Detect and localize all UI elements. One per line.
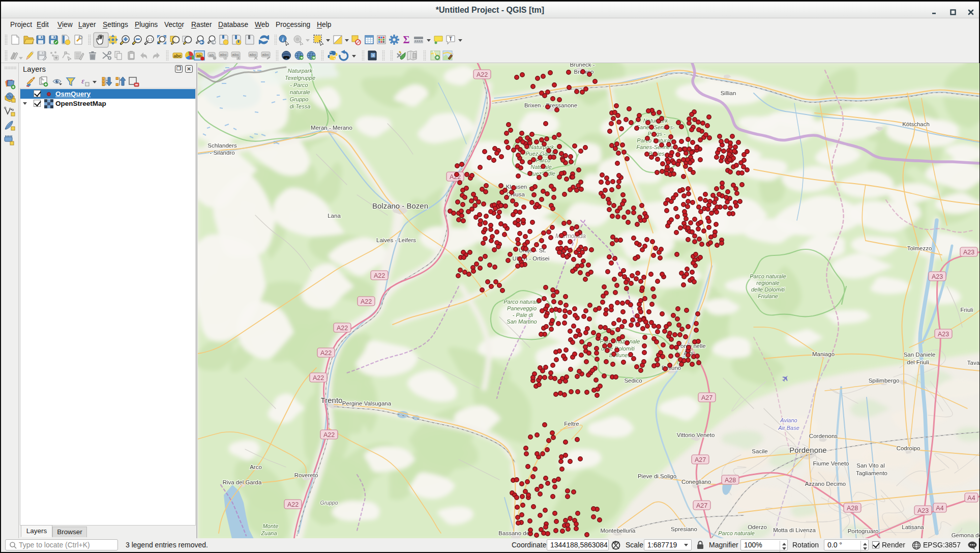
svg-text:di Tessa: di Tessa <box>290 103 311 109</box>
svg-text:Schlanders: Schlanders <box>207 142 237 149</box>
svg-text:A22: A22 <box>374 272 385 279</box>
svg-text:A27: A27 <box>701 394 712 401</box>
svg-text:naturale: naturale <box>290 89 310 95</box>
svg-text:Laives - Leifers: Laives - Leifers <box>376 237 416 243</box>
svg-text:Parco naturale: Parco naturale <box>503 299 540 305</box>
svg-text:A22: A22 <box>313 374 324 382</box>
svg-text:A23: A23 <box>938 331 949 338</box>
svg-text:Gruppo: Gruppo <box>320 500 338 506</box>
svg-text:Texelgruppe: Texelgruppe <box>285 75 315 81</box>
svg-text:Aviano: Aviano <box>780 417 797 423</box>
svg-text:Trento: Trento <box>321 396 343 404</box>
svg-text:Tava: Tava <box>967 360 979 366</box>
svg-text:Klausen -: Klausen - <box>506 184 531 190</box>
svg-text:Bruneck -: Bruneck - <box>570 63 595 68</box>
svg-text:ab: ab <box>209 53 214 57</box>
svg-text:A4: A4 <box>967 494 975 502</box>
svg-text:Sillian: Sillian <box>721 90 736 96</box>
svg-text:- Pale di: - Pale di <box>513 312 533 318</box>
svg-text:A28: A28 <box>847 505 858 512</box>
svg-text:Kötschach: Kötschach <box>902 121 930 127</box>
svg-text:Latisana: Latisana <box>902 524 924 530</box>
svg-text:Brixen - Bressanone: Brixen - Bressanone <box>524 102 577 108</box>
svg-text:Meran - Merano: Meran - Merano <box>311 125 352 131</box>
svg-text:Arco: Arco <box>250 464 262 470</box>
svg-text:A22: A22 <box>323 431 335 439</box>
svg-text:A22: A22 <box>361 298 372 305</box>
svg-text:Puez-Odle: Puez-Odle <box>529 170 555 177</box>
svg-text:A22: A22 <box>287 501 299 508</box>
svg-text:A22: A22 <box>477 71 488 78</box>
svg-text:San Martino: San Martino <box>507 318 537 325</box>
svg-text:A22: A22 <box>320 350 332 357</box>
svg-text:Pieve di Soligo: Pieve di Soligo <box>638 473 676 479</box>
svg-text:abc: abc <box>262 52 270 57</box>
svg-text:Friulane: Friulane <box>758 293 778 299</box>
svg-text:Codroipo: Codroipo <box>897 445 920 451</box>
svg-text:Friuli: Friuli <box>961 307 973 313</box>
svg-text:Conegliano: Conegliano <box>681 479 711 485</box>
svg-text:Tolmezzo: Tolmezzo <box>907 245 932 251</box>
svg-text:Prags -: Prags - <box>647 131 666 137</box>
svg-text:Tagliamento: Tagliamento <box>856 470 887 476</box>
svg-text:delle Dolomiti: delle Dolomiti <box>751 286 785 293</box>
svg-text:abc: abc <box>173 53 182 59</box>
svg-text:Pergine Valsugana: Pergine Valsugana <box>342 400 392 406</box>
svg-text:Vittorio Veneto: Vittorio Veneto <box>677 432 715 438</box>
svg-text:Zuana: Zuana <box>260 530 277 536</box>
svg-text:A28: A28 <box>725 477 736 484</box>
svg-text:A23: A23 <box>963 249 974 256</box>
svg-text:Motta di Livenza: Motta di Livenza <box>773 527 816 533</box>
svg-text:Gruppo: Gruppo <box>290 96 309 102</box>
svg-text:Lana: Lana <box>328 213 341 219</box>
svg-text:abc: abc <box>250 52 257 57</box>
svg-text:?: ? <box>372 53 374 58</box>
svg-text:Parco naturale: Parco naturale <box>750 273 786 279</box>
svg-text:San Daniele: San Daniele <box>904 352 936 358</box>
svg-text:- Silandro: - Silandro <box>210 150 234 156</box>
svg-text:Bassano del: Bassano del <box>498 530 530 536</box>
svg-text:Fiume Veneto: Fiume Veneto <box>813 460 849 467</box>
svg-text:del Friuli: del Friuli <box>907 359 929 365</box>
svg-text:Portogruaro: Portogruaro <box>848 528 879 534</box>
svg-text:Cordenons: Cordenons <box>809 433 838 439</box>
svg-text:A27: A27 <box>695 456 706 463</box>
svg-text:Paneveggio: Paneveggio <box>507 305 537 311</box>
svg-text:Oderzo: Oderzo <box>748 524 767 530</box>
svg-text:Azzano Decimo: Azzano Decimo <box>805 481 846 487</box>
svg-text:Pordenone: Pordenone <box>789 446 826 454</box>
svg-text:Sacile: Sacile <box>752 448 767 454</box>
svg-text:Parco naturale: Parco naturale <box>718 530 755 536</box>
svg-text:Rovereto: Rovereto <box>294 472 318 478</box>
svg-text:San Vito al: San Vito al <box>856 462 884 469</box>
svg-text:Σ: Σ <box>403 34 409 45</box>
svg-text:A27: A27 <box>696 502 707 509</box>
svg-text:A4: A4 <box>936 505 943 512</box>
svg-text:Montebelluna: Montebelluna <box>600 528 636 534</box>
svg-text:Feltre: Feltre <box>564 421 579 427</box>
svg-text:T: T <box>449 36 452 42</box>
svg-text:Bolzano - Bozen: Bolzano - Bozen <box>372 201 428 210</box>
svg-text:ab: ab <box>197 53 201 58</box>
svg-text:Monte: Monte <box>263 523 279 529</box>
svg-text:Air Base: Air Base <box>778 425 799 431</box>
svg-text:Gemona del: Gemona del <box>952 532 979 538</box>
svg-text:A23: A23 <box>932 273 943 280</box>
svg-text:abc: abc <box>220 52 227 57</box>
svg-text:1:1: 1:1 <box>147 38 152 41</box>
svg-text:Spresiano: Spresiano <box>671 526 697 532</box>
svg-text:Spilimbergo: Spilimbergo <box>869 377 900 384</box>
svg-text:A22: A22 <box>337 325 348 332</box>
svg-text:Naturpark: Naturpark <box>288 68 313 74</box>
svg-text:A23: A23 <box>917 507 929 514</box>
svg-text:Maniago: Maniago <box>812 351 835 357</box>
svg-text:ε: ε <box>81 77 84 85</box>
svg-text:- Parco: - Parco <box>290 82 308 88</box>
svg-text:regionale: regionale <box>756 280 779 286</box>
svg-text:Riva del Garda: Riva del Garda <box>223 479 262 485</box>
svg-text:Sedico: Sedico <box>624 377 642 384</box>
